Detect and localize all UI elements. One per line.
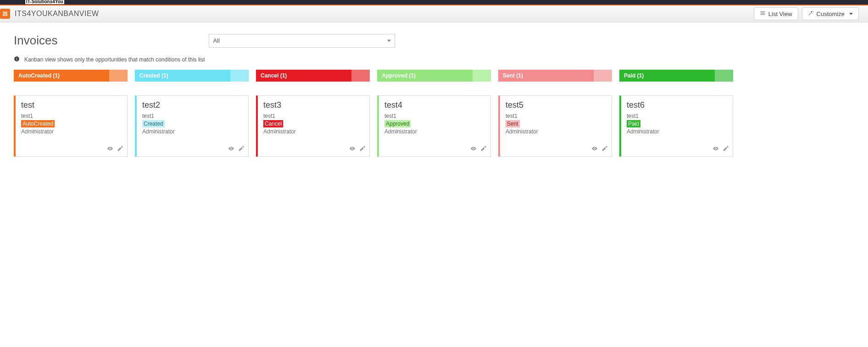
page-title: Invoices [14, 33, 57, 48]
chevron-down-icon [387, 39, 391, 42]
card-owner: Administrator [384, 128, 485, 135]
list-view-button[interactable]: List View [754, 7, 798, 20]
top-bar: IT-Solutions4You [0, 0, 868, 5]
chevron-down-icon [849, 13, 853, 15]
info-icon [14, 56, 20, 63]
kanban-columns: AutoCreated (1)testtest1AutoCreatedAdmin… [14, 70, 854, 157]
kanban-column-created: Created (1)test2test1CreatedAdministrato… [135, 70, 249, 157]
view-icon[interactable] [591, 145, 598, 154]
kanban-card[interactable]: test5test1SentAdministrator [498, 95, 612, 157]
kanban-column-cancel: Cancel (1)test3test1CancelAdministrator [256, 70, 370, 157]
edit-icon[interactable] [117, 145, 123, 154]
kanban-column-paid: Paid (1)test6test1PaidAdministrator [619, 70, 733, 157]
customize-label: Customize [817, 11, 845, 17]
column-header-approved[interactable]: Approved (1) [377, 70, 491, 82]
card-title: test6 [627, 100, 727, 110]
status-badge: Paid [627, 120, 640, 127]
column-header-label: Created (1) [139, 72, 168, 79]
card-title: test [21, 100, 122, 110]
info-message: Kanban view shows only the opportunities… [14, 56, 854, 63]
card-owner: Administrator [263, 128, 364, 135]
kanban-card[interactable]: test2test1CreatedAdministrator [135, 95, 249, 157]
status-badge: Cancel [263, 120, 283, 127]
column-header-label: Cancel (1) [261, 72, 287, 79]
column-header-sent[interactable]: Sent (1) [498, 70, 612, 82]
card-subtitle: test1 [384, 113, 485, 119]
card-subtitle: test1 [21, 113, 122, 119]
kanban-card[interactable]: test6test1PaidAdministrator [619, 95, 733, 157]
card-title: test2 [142, 100, 243, 110]
view-icon[interactable] [228, 145, 234, 154]
view-icon[interactable] [349, 145, 356, 154]
column-header-cancel[interactable]: Cancel (1) [256, 70, 370, 82]
info-text: Kanban view shows only the opportunities… [24, 56, 205, 63]
card-subtitle: test1 [627, 113, 727, 119]
card-owner: Administrator [506, 128, 606, 135]
kanban-card[interactable]: testtest1AutoCreatedAdministrator [14, 95, 128, 157]
card-title: test3 [263, 100, 364, 110]
kanban-column-sent: Sent (1)test5test1SentAdministrator [498, 70, 612, 157]
module-icon [0, 9, 10, 19]
kanban-column-approved: Approved (1)test4test1ApprovedAdministra… [377, 70, 491, 157]
status-badge: Sent [506, 120, 520, 127]
edit-icon[interactable] [480, 145, 487, 154]
edit-icon[interactable] [723, 145, 729, 154]
edit-icon[interactable] [601, 145, 608, 154]
column-header-label: Approved (1) [382, 72, 416, 79]
customize-button[interactable]: Customize [802, 7, 859, 20]
card-owner: Administrator [21, 128, 122, 135]
card-subtitle: test1 [142, 113, 243, 119]
column-header-paid[interactable]: Paid (1) [619, 70, 733, 82]
edit-icon[interactable] [359, 145, 366, 154]
column-header-label: AutoCreated (1) [18, 72, 60, 79]
column-header-autocreated[interactable]: AutoCreated (1) [14, 70, 128, 82]
column-header-label: Paid (1) [624, 72, 644, 79]
column-header-created[interactable]: Created (1) [135, 70, 249, 82]
kanban-column-autocreated: AutoCreated (1)testtest1AutoCreatedAdmin… [14, 70, 128, 157]
list-icon [760, 10, 766, 17]
list-view-label: List View [768, 11, 792, 17]
column-header-label: Sent (1) [503, 72, 523, 79]
status-badge: AutoCreated [21, 120, 55, 127]
filter-select[interactable]: All [209, 34, 395, 48]
brand-name: IT-Solutions4You [25, 0, 64, 4]
view-icon[interactable] [712, 145, 719, 154]
filter-selected-value: All [213, 37, 219, 44]
view-icon[interactable] [107, 145, 113, 154]
status-badge: Approved [384, 120, 411, 127]
card-title: test5 [506, 100, 606, 110]
view-icon[interactable] [470, 145, 477, 154]
wrench-icon [808, 10, 814, 17]
card-owner: Administrator [627, 128, 727, 135]
card-subtitle: test1 [263, 113, 364, 119]
card-owner: Administrator [142, 128, 243, 135]
card-title: test4 [384, 100, 485, 110]
card-subtitle: test1 [506, 113, 606, 119]
edit-icon[interactable] [238, 145, 245, 154]
module-bar: ITS4YOUKANBANVIEW List View Customize [0, 6, 868, 22]
status-badge: Created [142, 120, 165, 127]
module-title: ITS4YOUKANBANVIEW [15, 10, 99, 18]
kanban-card[interactable]: test4test1ApprovedAdministrator [377, 95, 491, 157]
kanban-card[interactable]: test3test1CancelAdministrator [256, 95, 370, 157]
